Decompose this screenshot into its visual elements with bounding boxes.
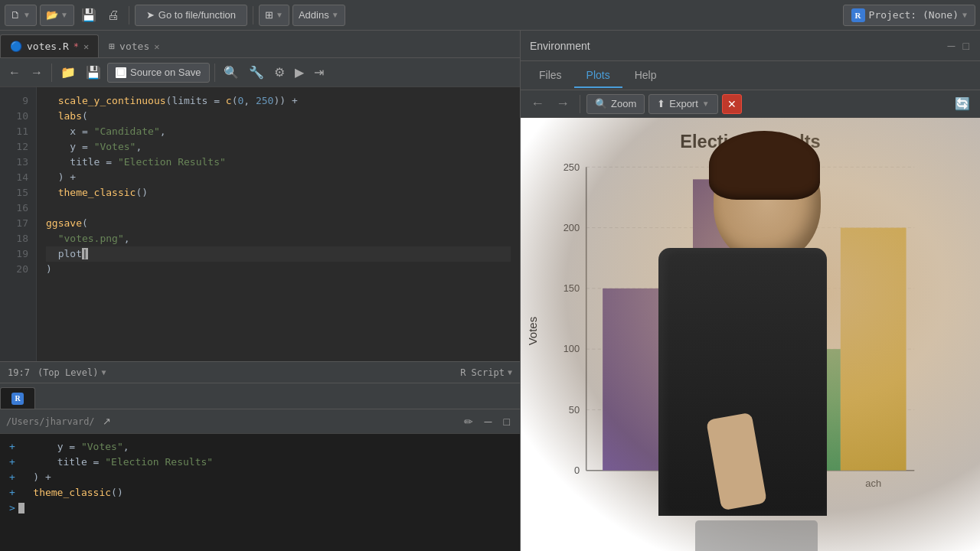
go-to-file-button[interactable]: ➤ Go to file/function xyxy=(135,5,247,26)
console-maximize-button[interactable]: □ xyxy=(500,412,514,432)
code-line-16 xyxy=(46,201,511,216)
cursor xyxy=(18,503,24,514)
plots-tab-bar: Files Plots Help xyxy=(521,61,980,90)
toolbar-separator-1 xyxy=(129,6,129,24)
console-dir-button[interactable]: ↗ xyxy=(99,412,115,432)
tab-votes-label: votes xyxy=(119,41,149,52)
svg-text:0: 0 xyxy=(574,465,580,476)
status-level[interactable]: (Top Level) ▼ xyxy=(38,367,106,378)
bar-candidate-b xyxy=(693,179,750,470)
code-line-9: scale_y_continuous(limits = c(0, 250)) + xyxy=(46,93,511,109)
grid-button[interactable]: ⊞ ▼ xyxy=(259,5,289,26)
source-save-icon: ☐ xyxy=(116,67,126,78)
svg-text:Election Results: Election Results xyxy=(680,132,820,152)
code-line-13: title = "Election Results" xyxy=(46,155,511,170)
source-on-save-label: Source on Save xyxy=(130,67,201,78)
toolbar-separator-2 xyxy=(253,6,253,24)
tab-plots[interactable]: Plots xyxy=(574,64,622,88)
go-to-file-label: Go to file/function xyxy=(158,9,236,21)
save-file-button[interactable]: 💾 xyxy=(82,63,105,83)
console-toolbar: /Users/jharvard/ ↗ ✏ ─ □ xyxy=(0,409,520,434)
r-file-icon: 🔵 xyxy=(10,41,22,52)
console-r-icon: R xyxy=(11,393,24,405)
plots-sep-1 xyxy=(580,95,580,113)
plots-back-button[interactable]: ← xyxy=(527,94,548,113)
code-line-14: ) + xyxy=(46,170,511,185)
right-panel: Environment ─ □ Files Plots Help ← → � xyxy=(521,31,980,551)
new-file-button[interactable]: 🗋 ▼ xyxy=(5,5,37,26)
line-num-20: 20 xyxy=(0,262,36,277)
console-prompt[interactable]: > xyxy=(9,500,511,517)
line-num-14: 14 xyxy=(0,170,36,185)
modified-indicator: * xyxy=(74,41,79,52)
plots-forward-button[interactable]: → xyxy=(552,94,573,113)
svg-text:50: 50 xyxy=(569,404,580,416)
status-script[interactable]: R Script ▼ xyxy=(460,367,512,378)
console-line-4: + theme_classic() xyxy=(9,484,511,500)
line-num-11: 11 xyxy=(0,124,36,139)
tab-plots-label: Plots xyxy=(586,69,610,81)
export-button[interactable]: ⬆ Export ▼ xyxy=(648,94,717,114)
delete-plot-button[interactable]: ✕ xyxy=(722,94,742,114)
svg-text:200: 200 xyxy=(564,222,580,233)
refresh-button[interactable]: 🔄 xyxy=(951,94,974,114)
line-num-9: 9 xyxy=(0,93,36,109)
console-tab-bar: R xyxy=(0,383,520,409)
svg-text:150: 150 xyxy=(564,282,580,294)
bar-candidate-c xyxy=(783,349,841,471)
run-button[interactable]: ▶ xyxy=(291,63,308,83)
main-toolbar: 🗋 ▼ 📂 ▼ 💾 🖨 ➤ Go to file/function ⊞ ▼ Ad… xyxy=(0,0,980,31)
save-button[interactable]: 💾 xyxy=(77,5,100,26)
code-line-18: "votes.png", xyxy=(46,231,511,246)
env-minimize-button[interactable]: ─ xyxy=(946,38,957,54)
bar-candidate-a xyxy=(603,289,660,471)
console-pen-button[interactable]: ✏ xyxy=(460,412,477,432)
code-text[interactable]: scale_y_continuous(limits = c(0, 250)) +… xyxy=(37,87,520,361)
env-maximize-button[interactable]: □ xyxy=(962,38,971,54)
project-name: Project: (None) xyxy=(869,9,959,21)
project-label[interactable]: R Project: (None) ▼ xyxy=(843,5,975,26)
plot-area: Election Results Votes 0 50 xyxy=(521,118,980,551)
svg-text:100: 100 xyxy=(564,343,580,354)
addins-button[interactable]: Addins ▼ xyxy=(292,5,345,26)
console-minimize-button[interactable]: ─ xyxy=(481,412,496,432)
export-icon: ⬆ xyxy=(657,98,665,109)
console-path: /Users/jharvard/ xyxy=(6,416,95,427)
tab-votes-r-label: votes.R xyxy=(27,41,69,52)
addins-label: Addins xyxy=(299,9,329,21)
show-in-folder-button[interactable]: 📁 xyxy=(57,63,80,83)
close-tab-votes-r[interactable]: ✕ xyxy=(83,41,89,52)
tab-help[interactable]: Help xyxy=(622,64,669,88)
new-file-icon: 🗋 xyxy=(11,9,21,21)
compile-button[interactable]: ⚙ xyxy=(270,63,289,83)
code-line-19: plot| xyxy=(46,246,511,262)
main-layout: 🔵 votes.R * ✕ ⊞ votes ✕ ← → 📁 💾 xyxy=(0,31,980,551)
editor-toolbar: ← → 📁 💾 ☐ Source on Save 🔍 🔧 ⚙ ▶ ⇥ xyxy=(0,58,520,87)
forward-button[interactable]: → xyxy=(27,63,47,83)
editor-tab-bar: 🔵 votes.R * ✕ ⊞ votes ✕ xyxy=(0,31,520,58)
line-num-17: 17 xyxy=(0,216,36,231)
open-file-button[interactable]: 📂 ▼ xyxy=(40,5,74,26)
tab-console[interactable]: R xyxy=(0,387,35,409)
open-file-icon: 📂 xyxy=(46,9,58,21)
line-num-13: 13 xyxy=(0,155,36,170)
close-tab-votes[interactable]: ✕ xyxy=(154,41,159,52)
line-num-10: 10 xyxy=(0,109,36,124)
console-content[interactable]: + y = "Votes", + title = "Election Resul… xyxy=(0,434,520,551)
zoom-button[interactable]: 🔍 Zoom xyxy=(586,94,645,114)
tab-votes[interactable]: ⊞ votes ✕ xyxy=(99,34,169,57)
code-editor[interactable]: 9 10 11 12 13 14 15 16 17 18 19 20 scale… xyxy=(0,87,520,361)
code-tools-button[interactable]: 🔧 xyxy=(245,63,268,83)
line-num-16: 16 xyxy=(0,201,36,216)
environment-title: Environment xyxy=(530,40,590,52)
tab-files[interactable]: Files xyxy=(527,64,574,88)
code-line-15: theme_classic() xyxy=(46,185,511,201)
tab-votes-r[interactable]: 🔵 votes.R * ✕ xyxy=(0,34,99,57)
find-button[interactable]: 🔍 xyxy=(220,63,243,83)
laptop-hint xyxy=(695,520,818,551)
editor-section: 🔵 votes.R * ✕ ⊞ votes ✕ ← → 📁 💾 xyxy=(0,31,520,383)
source-button[interactable]: ⇥ xyxy=(310,63,328,83)
back-button[interactable]: ← xyxy=(5,63,24,83)
print-button[interactable]: 🖨 xyxy=(103,5,123,26)
source-on-save-button[interactable]: ☐ Source on Save xyxy=(107,63,210,83)
